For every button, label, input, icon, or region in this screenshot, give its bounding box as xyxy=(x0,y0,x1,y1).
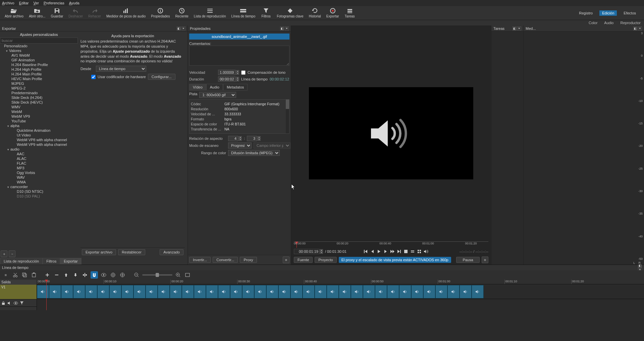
source-button[interactable]: Fuente xyxy=(294,257,313,263)
open-file-button[interactable]: Abrir archivo xyxy=(2,7,26,19)
export-file-button[interactable]: Exportar archivo xyxy=(82,249,116,255)
timeline-clip[interactable] xyxy=(49,285,61,298)
timeline-clip[interactable] xyxy=(387,285,399,298)
zoom-out-button[interactable] xyxy=(133,271,140,279)
timeline-clip[interactable] xyxy=(278,285,290,298)
preset-item[interactable]: Ut Video xyxy=(0,133,78,137)
redo-button[interactable]: Rehacer xyxy=(86,7,104,19)
advanced-button[interactable]: Avanzado xyxy=(160,249,183,255)
spin-down-icon[interactable]: ▾ xyxy=(238,138,242,141)
proxy-message[interactable]: El proxy y el escalado de vista previa e… xyxy=(339,257,451,263)
configure-button[interactable]: Configurar... xyxy=(148,74,175,80)
menu-view[interactable]: Ver xyxy=(33,1,39,5)
timeline-clip[interactable] xyxy=(363,285,375,298)
overwrite-button[interactable] xyxy=(72,271,79,279)
keyframes-button[interactable]: Fotogramas clave xyxy=(274,7,306,19)
preset-item[interactable]: AAC xyxy=(0,152,78,156)
preset-search-input[interactable] xyxy=(0,38,78,44)
tab-edit[interactable]: Edición xyxy=(599,10,617,16)
timeline-clip[interactable] xyxy=(97,285,109,298)
open-other-button[interactable]: Abrir otro... xyxy=(26,7,48,19)
speed-input[interactable] xyxy=(218,70,235,75)
preset-item[interactable]: WebM VP8 with alpha channel xyxy=(0,137,78,142)
timeline-clip[interactable] xyxy=(73,285,85,298)
preset-item[interactable]: WMA xyxy=(0,180,78,184)
scrollbar-thumb[interactable] xyxy=(286,100,289,109)
pause-button[interactable]: Pausa xyxy=(456,257,480,263)
timeline-clip[interactable] xyxy=(435,285,447,298)
next-frame-button[interactable] xyxy=(383,249,389,254)
ripple-button[interactable] xyxy=(109,271,117,279)
video-viewport[interactable] xyxy=(309,87,473,179)
append-button[interactable] xyxy=(44,271,51,279)
tab-video[interactable]: Vídeo xyxy=(189,84,206,91)
close-icon[interactable]: ✕ xyxy=(285,26,289,31)
preset-item[interactable]: HEVC Main Profile xyxy=(0,76,78,81)
scan-select[interactable]: Progresiv xyxy=(228,143,252,149)
preset-item[interactable]: H.264 Baseline Profile xyxy=(0,62,78,67)
preset-item[interactable]: Slide Deck (H.264) xyxy=(0,95,78,100)
menu-help[interactable]: Ayuda xyxy=(69,1,79,5)
undock-icon[interactable]: ◧ xyxy=(280,26,284,31)
range-select[interactable]: Difusión limitada (MPEG) xyxy=(228,150,280,156)
preset-item[interactable]: MPEG-2 xyxy=(0,86,78,91)
timeline-ruler[interactable]: 00:00:00 00:00:10 00:00:20 00:00:30 00:0… xyxy=(37,280,644,284)
preset-item[interactable]: AV1 WebM xyxy=(0,53,78,58)
volume-button[interactable] xyxy=(423,249,429,254)
preset-item[interactable]: H.264 Main Profile xyxy=(0,72,78,76)
field-select[interactable]: Campo inferior prime xyxy=(254,143,290,149)
menu-edit[interactable]: Editar xyxy=(19,1,29,5)
timeline-clip[interactable] xyxy=(447,285,460,298)
preset-group-stock[interactable]: Valores xyxy=(0,48,78,53)
preset-item[interactable]: MP3 xyxy=(0,166,78,170)
spin-down-icon[interactable]: ▾ xyxy=(236,72,239,75)
playlist-button[interactable]: Lista de reproducción xyxy=(191,7,229,19)
add-preset-button[interactable]: ＋ xyxy=(1,250,7,257)
proxy-button[interactable]: Proxy xyxy=(240,257,257,263)
spin-up-icon[interactable]: ▴ xyxy=(320,249,323,251)
timeline-track-v1[interactable] xyxy=(37,284,644,299)
timeline-clip[interactable] xyxy=(411,285,423,298)
stop-button[interactable] xyxy=(403,249,409,254)
tl-menu-button[interactable]: ≡ xyxy=(2,271,9,279)
invert-button[interactable]: Invertir... xyxy=(189,257,211,263)
timeline-clip[interactable] xyxy=(146,285,158,298)
timeline-clip[interactable] xyxy=(206,285,218,298)
timeline-clip[interactable] xyxy=(303,285,315,298)
timeline-clip[interactable] xyxy=(472,285,484,298)
preset-item[interactable]: GIF Animation xyxy=(0,58,78,62)
preset-item[interactable]: YouTube xyxy=(0,119,78,123)
timeline-clip[interactable] xyxy=(133,285,146,298)
timeline-clip[interactable] xyxy=(121,285,133,298)
spin-up-icon[interactable]: ▴ xyxy=(236,70,239,72)
zoom-menu-button[interactable] xyxy=(410,249,416,254)
spin-up-icon[interactable]: ▴ xyxy=(236,77,239,79)
tab-metadata[interactable]: Metadatos xyxy=(223,84,248,91)
skip-start-button[interactable] xyxy=(363,249,369,254)
duration-input[interactable] xyxy=(218,76,235,82)
timeline-clip[interactable] xyxy=(61,285,73,298)
track-select[interactable]: 1: 800x600 gif xyxy=(199,92,236,98)
timeline-clip[interactable] xyxy=(242,285,254,298)
timeline-clip[interactable] xyxy=(423,285,435,298)
spin-down-icon[interactable]: ▾ xyxy=(320,251,323,254)
aspect-w-input[interactable] xyxy=(228,136,238,141)
preset-item[interactable]: WebM xyxy=(0,109,78,114)
lift-button[interactable] xyxy=(62,271,70,279)
export-button[interactable]: Exportar xyxy=(324,7,342,19)
timeline-clip[interactable] xyxy=(460,285,472,298)
preset-item[interactable]: Quicktime Animation xyxy=(0,128,78,133)
hide-icon[interactable] xyxy=(13,301,18,305)
preset-item[interactable]: Slide Deck (HEVC) xyxy=(0,100,78,105)
player-menu-button[interactable]: ≡ xyxy=(482,257,488,263)
ripple-all-button[interactable] xyxy=(119,271,126,279)
pitch-checkbox[interactable] xyxy=(241,70,246,75)
undo-button[interactable]: Deshacer xyxy=(66,7,86,19)
hw-encoder-checkbox[interactable] xyxy=(91,75,96,79)
preset-group-alpha[interactable]: alpha xyxy=(0,123,78,128)
filters-button[interactable]: Filtros xyxy=(258,7,274,19)
undock-icon[interactable]: ◧ xyxy=(513,26,517,31)
convert-button[interactable]: Convertir... xyxy=(213,257,238,263)
paste-button[interactable] xyxy=(30,271,38,279)
close-icon[interactable]: ✕ xyxy=(517,26,521,31)
